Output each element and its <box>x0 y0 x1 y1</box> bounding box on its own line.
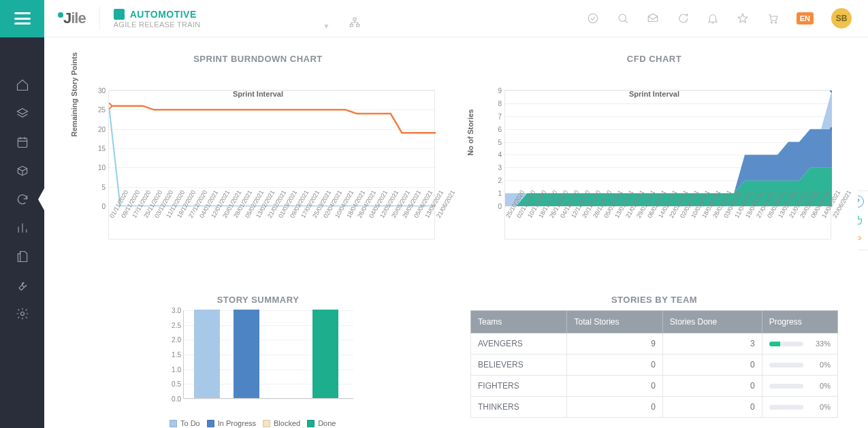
project-subtitle: AGILE RELEASE TRAIN <box>114 20 201 29</box>
chevron-down-icon[interactable]: ▼ <box>323 22 330 30</box>
hierarchy-icon[interactable] <box>349 17 360 31</box>
stories-by-team-title: STORIES BY TEAM <box>457 295 851 305</box>
table-row[interactable]: THINKERS000% <box>471 397 838 418</box>
topbar-actions: EN SB <box>587 8 868 29</box>
svg-point-3 <box>588 14 598 23</box>
home-icon[interactable] <box>16 78 29 92</box>
cfd-chart: No of Stories 0123456789 25/10/202002/11… <box>477 90 831 260</box>
user-avatar[interactable]: SB <box>831 8 852 29</box>
star-icon[interactable] <box>737 12 749 24</box>
layers-icon[interactable] <box>16 107 29 120</box>
story-summary-chart: 0.00.51.01.52.02.53.0 <box>163 310 353 412</box>
topbar: Jile AUTOMOTIVE AGILE RELEASE TRAIN ▼ EN… <box>0 0 868 37</box>
table-header: Total Stories <box>567 311 662 333</box>
stories-by-team-card: STORIES BY TEAM TeamsTotal StoriesStorie… <box>457 285 851 428</box>
check-circle-icon[interactable] <box>587 12 599 24</box>
table-header: Teams <box>471 311 567 333</box>
project-selector[interactable]: AUTOMOTIVE AGILE RELEASE TRAIN ▼ <box>114 9 201 29</box>
refresh-icon[interactable] <box>16 193 29 206</box>
gear-icon[interactable] <box>16 307 29 320</box>
table-row[interactable]: BELIEVERS000% <box>471 355 838 376</box>
bell-icon[interactable] <box>707 12 719 24</box>
hamburger-menu[interactable] <box>0 0 44 37</box>
cfd-card: CFD CHART No of Stories 0123456789 25/10… <box>457 44 851 282</box>
table-row[interactable]: AVENGERS9333% <box>471 333 838 355</box>
cfd-title: CFD CHART <box>457 54 851 64</box>
burndown-title: SPRINT BURNDOWN CHART <box>61 54 455 64</box>
svg-rect-0 <box>353 18 356 20</box>
wrench-icon[interactable] <box>16 278 29 292</box>
story-summary-title: STORY SUMMARY <box>61 295 455 305</box>
box-icon[interactable] <box>16 164 29 178</box>
svg-point-5 <box>771 22 772 23</box>
cfd-ylabel: No of Stories <box>466 109 475 155</box>
bar-chart-icon[interactable] <box>16 221 29 235</box>
svg-rect-2 <box>357 24 359 26</box>
team-table: TeamsTotal StoriesStories DoneProgress A… <box>470 310 838 418</box>
search-icon[interactable] <box>617 12 629 24</box>
logo-text: Jile <box>63 10 86 27</box>
svg-rect-1 <box>351 24 353 26</box>
table-header: Stories Done <box>662 311 762 333</box>
burndown-chart: Remaining Story Points 051015202530 01/1… <box>81 90 435 260</box>
cart-icon[interactable] <box>767 12 779 24</box>
left-sidebar <box>0 37 44 428</box>
language-badge[interactable]: EN <box>797 12 814 24</box>
divider <box>99 7 100 31</box>
svg-point-12 <box>830 90 832 93</box>
story-summary-card: STORY SUMMARY 0.00.51.01.52.02.53.0 To D… <box>61 285 455 428</box>
project-name: AUTOMOTIVE <box>130 9 197 20</box>
svg-point-4 <box>619 14 626 22</box>
svg-rect-7 <box>18 138 27 147</box>
story-summary-legend: To DoIn ProgressBlockedDone <box>170 419 347 427</box>
burndown-ylabel: Remaining Story Points <box>70 52 78 137</box>
project-icon <box>114 9 125 20</box>
dashboard-content: SPRINT BURNDOWN CHART Remaining Story Po… <box>54 37 858 428</box>
table-row[interactable]: FIGHTERS000% <box>471 376 838 397</box>
burndown-card: SPRINT BURNDOWN CHART Remaining Story Po… <box>61 44 455 282</box>
calendar-icon[interactable] <box>16 135 29 149</box>
chat-icon[interactable] <box>677 12 689 24</box>
hamburger-icon <box>14 12 31 24</box>
app-logo[interactable]: Jile <box>58 10 86 27</box>
logo-dot-icon <box>58 12 63 18</box>
mail-icon[interactable] <box>647 12 659 24</box>
svg-point-6 <box>775 22 776 23</box>
table-header: Progress <box>762 311 837 333</box>
svg-point-8 <box>20 312 24 316</box>
svg-point-10 <box>109 103 112 108</box>
files-icon[interactable] <box>16 250 29 263</box>
